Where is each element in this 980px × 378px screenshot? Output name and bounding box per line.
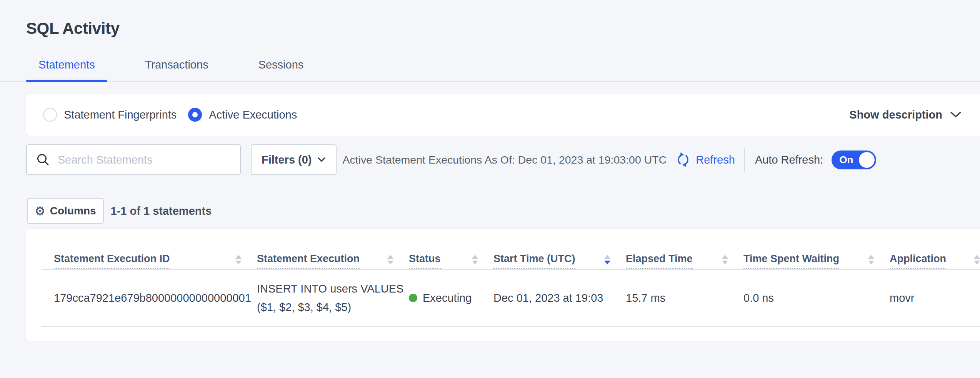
view-mode-card: Statement Fingerprints Active Executions…: [26, 94, 980, 136]
show-description-label: Show description: [849, 109, 942, 121]
radio-label: Statement Fingerprints: [64, 109, 177, 121]
search-input[interactable]: [58, 154, 231, 166]
cell-statement: INSERT INTO users VALUES ($1, $2, $3, $4…: [257, 269, 409, 326]
status-executing-dot-icon: [409, 294, 417, 302]
column-header-application[interactable]: Application: [890, 229, 980, 269]
tab-transactions[interactable]: Transactions: [133, 59, 221, 81]
sql-activity-page: { "page": { "title": "SQL Activity" }, "…: [0, 0, 980, 378]
search-box[interactable]: [26, 144, 241, 175]
filters-label: Filters (0): [262, 154, 312, 166]
chevron-down-icon: [950, 111, 962, 118]
vertical-divider: [744, 148, 745, 172]
auto-refresh-toggle[interactable]: On: [832, 151, 876, 169]
cell-status: Executing: [409, 269, 493, 326]
filters-button[interactable]: Filters (0): [251, 144, 337, 175]
as-of-timestamp: Active Statement Executions As Of: Dec 0…: [343, 154, 667, 166]
status-label: Executing: [423, 292, 472, 304]
refresh-icon: [675, 152, 691, 168]
columns-label: Columns: [50, 205, 96, 217]
cell-start-time: Dec 01, 2023 at 19:03: [493, 269, 626, 326]
sort-arrows-icon: [387, 255, 393, 269]
table-header-row: Statement Execution ID Statement Executi…: [42, 229, 980, 269]
sort-arrows-icon: [974, 255, 980, 269]
column-header-time-spent-waiting[interactable]: Time Spent Waiting: [743, 229, 890, 269]
column-header-status[interactable]: Status: [409, 229, 493, 269]
cell-time-spent-waiting: 0.0 ns: [743, 269, 890, 326]
sort-arrows-icon: [868, 255, 874, 269]
result-count: 1-1 of 1 statements: [111, 205, 212, 217]
cell-execution-id: 179cca7921e679b80000000000000001: [42, 269, 257, 326]
table-toolbar: ⚙ Columns 1-1 of 1 statements: [27, 198, 212, 224]
sort-arrows-icon: [722, 255, 728, 269]
statements-table: Statement Execution ID Statement Executi…: [42, 229, 980, 327]
auto-refresh-control: Auto Refresh: On: [755, 151, 876, 169]
column-header-statement-execution[interactable]: Statement Execution: [257, 229, 409, 269]
column-header-start-time[interactable]: Start Time (UTC): [493, 229, 626, 269]
tab-sessions[interactable]: Sessions: [246, 59, 316, 81]
radio-unselected-icon: [43, 108, 57, 122]
cell-elapsed-time: 15.7 ms: [626, 269, 743, 326]
chevron-down-icon: [317, 157, 326, 162]
page-title: SQL Activity: [26, 19, 120, 38]
tab-statements[interactable]: Statements: [26, 59, 107, 81]
radio-selected-icon: [188, 108, 202, 122]
radio-statement-fingerprints[interactable]: Statement Fingerprints: [43, 108, 177, 122]
toggle-knob: [859, 152, 875, 168]
column-header-elapsed-time[interactable]: Elapsed Time: [626, 229, 743, 269]
refresh-label: Refresh: [696, 154, 735, 166]
columns-button[interactable]: ⚙ Columns: [27, 198, 104, 224]
statement-line-2: ($1, $2, $3, $4, $5): [257, 298, 409, 316]
controls-row: Filters (0) Active Statement Executions …: [26, 144, 980, 175]
column-header-statement-execution-id[interactable]: Statement Execution ID: [42, 229, 257, 269]
table-row[interactable]: 179cca7921e679b80000000000000001 INSERT …: [42, 269, 980, 326]
sort-arrows-icon: [472, 255, 478, 269]
sort-arrows-icon: [235, 255, 242, 269]
show-description-button[interactable]: Show description: [849, 94, 962, 136]
auto-refresh-label: Auto Refresh:: [755, 154, 823, 166]
statement-line-1: INSERT INTO users VALUES: [257, 279, 409, 298]
statements-table-card: Statement Execution ID Statement Executi…: [26, 229, 980, 341]
cell-application: movr: [890, 269, 980, 326]
tab-bar: Statements Transactions Sessions: [0, 54, 980, 82]
sort-arrows-desc-icon: [604, 255, 610, 269]
toggle-state-label: On: [839, 154, 853, 166]
refresh-button[interactable]: Refresh: [675, 152, 735, 168]
search-icon: [36, 153, 50, 167]
radio-active-executions[interactable]: Active Executions: [188, 108, 297, 122]
radio-label: Active Executions: [209, 109, 297, 121]
gear-icon: ⚙: [35, 205, 45, 217]
